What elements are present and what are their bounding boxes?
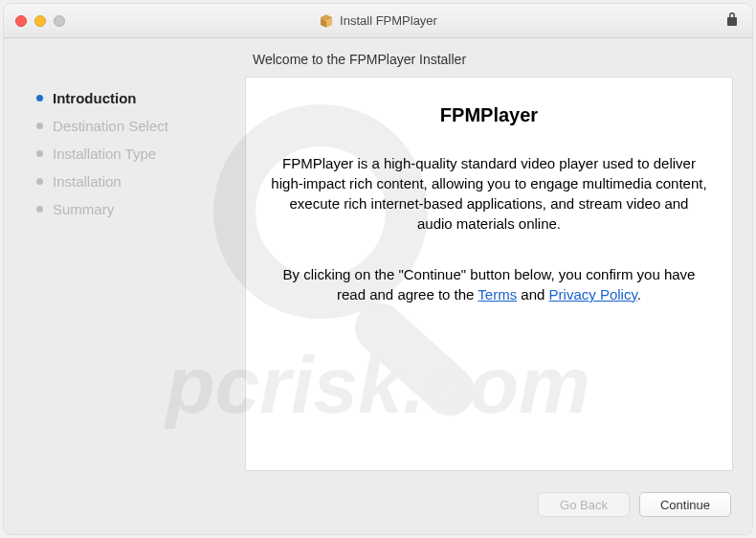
title-center: Install FPMPlayer — [4, 13, 752, 29]
maximize-button — [54, 15, 65, 27]
step-label: Summary — [53, 201, 114, 217]
sidebar-step-installation: Installation — [36, 168, 222, 195]
step-dot-icon — [36, 123, 43, 129]
package-icon — [319, 13, 334, 29]
terms-link[interactable]: Terms — [478, 286, 517, 303]
content-description: FPMPlayer is a high-quality standard vid… — [265, 153, 713, 234]
window-title: Install FPMPlayer — [340, 13, 437, 28]
step-dot-icon — [36, 206, 43, 213]
minimize-button[interactable] — [34, 15, 46, 27]
sidebar-step-introduction: Introduction — [36, 84, 222, 112]
close-button[interactable] — [15, 15, 27, 27]
content-agreement: By clicking on the "Continue" button bel… — [265, 264, 713, 304]
continue-button[interactable]: Continue — [639, 492, 731, 517]
agree-text-mid: and — [517, 286, 548, 303]
installer-window: Install FPMPlayer Welcome to the FPMPlay… — [4, 4, 752, 534]
step-label: Installation Type — [53, 146, 156, 162]
sidebar-step-summary: Summary — [36, 195, 222, 223]
lock-icon — [725, 11, 739, 31]
content-title: FPMPlayer — [265, 104, 713, 126]
body: Welcome to the FPMPlayer Installer Intro… — [4, 38, 752, 534]
step-dot-icon — [36, 95, 43, 101]
agree-text-post: . — [637, 286, 641, 303]
sidebar-step-installation-type: Installation Type — [36, 140, 222, 168]
columns: Introduction Destination Select Installa… — [4, 77, 752, 481]
step-dot-icon — [36, 150, 43, 157]
sidebar: Introduction Destination Select Installa… — [27, 77, 228, 471]
step-label: Destination Select — [53, 118, 168, 134]
step-dot-icon — [36, 178, 43, 185]
sidebar-step-destination-select: Destination Select — [36, 112, 222, 140]
step-label: Installation — [53, 173, 122, 190]
content-panel: FPMPlayer FPMPlayer is a high-quality st… — [245, 77, 733, 471]
step-label: Introduction — [53, 90, 136, 106]
traffic-lights — [15, 15, 65, 27]
titlebar: Install FPMPlayer — [4, 4, 752, 38]
welcome-heading: Welcome to the FPMPlayer Installer — [4, 38, 752, 77]
privacy-policy-link[interactable]: Privacy Policy — [549, 286, 637, 303]
go-back-button: Go Back — [538, 492, 630, 517]
footer: Go Back Continue — [4, 481, 752, 534]
